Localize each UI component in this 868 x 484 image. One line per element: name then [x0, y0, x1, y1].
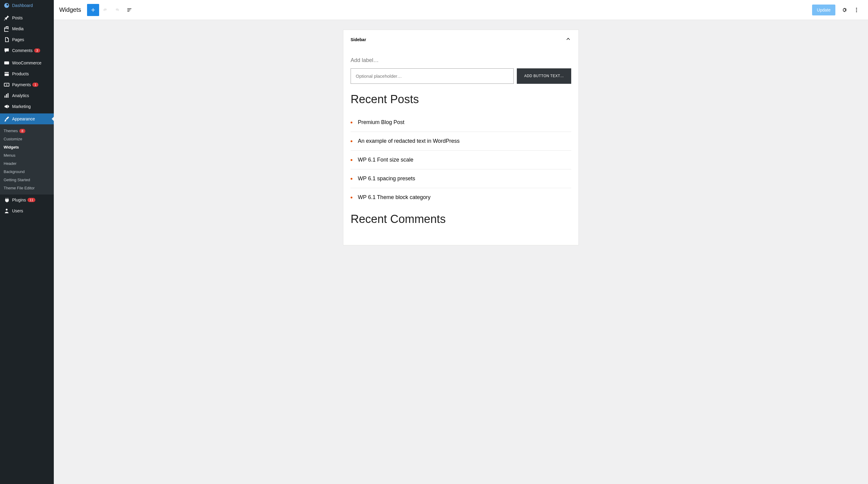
comments-badge: 3	[34, 49, 40, 53]
sidebar-item-payments[interactable]: $ Payments 1	[0, 79, 54, 90]
submenu-label: Customize	[4, 137, 22, 141]
submenu-label: Background	[4, 169, 25, 174]
sidebar-label: Dashboard	[12, 3, 33, 8]
svg-text:$: $	[6, 84, 7, 86]
sidebar-item-appearance[interactable]: Appearance	[0, 113, 54, 124]
editor-content: Sidebar ADD BUTTON TEXT… Recent Posts Pr…	[54, 20, 868, 484]
analytics-icon	[4, 92, 10, 98]
undo-icon	[102, 7, 108, 13]
sidebar-item-posts[interactable]: Posts	[0, 12, 54, 23]
submenu-menus[interactable]: Menus	[0, 151, 54, 160]
widget-area-sidebar: Sidebar ADD BUTTON TEXT… Recent Posts Pr…	[343, 30, 579, 245]
plug-icon	[4, 197, 10, 203]
recent-posts-heading[interactable]: Recent Posts	[350, 93, 571, 106]
pages-icon	[4, 37, 10, 42]
submenu-label: Getting Started	[4, 177, 30, 182]
plugins-badge: 11	[28, 198, 35, 202]
list-item[interactable]: WP 6.1 Font size scale	[350, 151, 571, 169]
more-vertical-icon	[854, 7, 860, 13]
user-icon	[4, 208, 10, 214]
sidebar-label: Comments	[12, 48, 33, 53]
submenu-theme-file-editor[interactable]: Theme File Editor	[0, 184, 54, 192]
widget-area-body: ADD BUTTON TEXT… Recent Posts Premium Bl…	[343, 49, 579, 245]
submenu-header[interactable]: Header	[0, 160, 54, 168]
submenu-label: Header	[4, 161, 17, 166]
sidebar-item-media[interactable]: Media	[0, 23, 54, 34]
submenu-themes[interactable]: Themes 8	[0, 127, 54, 135]
editor-toolbar: Widgets Update	[54, 0, 868, 20]
comment-icon	[4, 48, 10, 54]
list-item[interactable]: Premium Blog Post	[350, 113, 571, 132]
sidebar-label: Pages	[12, 37, 24, 42]
pin-icon	[4, 15, 10, 21]
sidebar-label: Appearance	[12, 116, 35, 121]
undo-button[interactable]	[99, 4, 111, 16]
submenu-customize[interactable]: Customize	[0, 135, 54, 143]
chevron-up-icon	[565, 36, 571, 43]
sidebar-label: Media	[12, 26, 24, 31]
sidebar-item-woocommerce[interactable]: WooCommerce	[0, 57, 54, 68]
dashboard-icon	[4, 2, 10, 8]
products-icon	[4, 71, 10, 77]
woo-icon	[4, 60, 10, 66]
svg-point-3	[6, 209, 7, 210]
sidebar-item-marketing[interactable]: Marketing	[0, 101, 54, 112]
sidebar-item-users[interactable]: Users	[0, 205, 54, 216]
plus-icon	[90, 7, 96, 13]
search-button-text[interactable]: ADD BUTTON TEXT…	[517, 68, 571, 84]
svg-rect-0	[4, 61, 9, 64]
brush-icon	[4, 116, 10, 122]
themes-badge: 8	[19, 129, 25, 133]
update-button[interactable]: Update	[812, 4, 835, 16]
recent-posts-list: Premium Blog Post An example of redacted…	[350, 113, 571, 207]
sidebar-item-comments[interactable]: Comments 3	[0, 45, 54, 56]
svg-point-5	[856, 9, 857, 10]
sidebar-label: Products	[12, 72, 29, 76]
sidebar-item-dashboard[interactable]: Dashboard	[0, 0, 54, 11]
gear-icon	[841, 7, 847, 13]
payments-badge: 1	[32, 83, 38, 87]
recent-comments-heading[interactable]: Recent Comments	[350, 213, 571, 226]
sidebar-label: Marketing	[12, 104, 31, 109]
sidebar-item-products[interactable]: Products	[0, 68, 54, 79]
list-view-icon	[126, 7, 132, 13]
submenu-background[interactable]: Background	[0, 168, 54, 176]
appearance-submenu: Themes 8 Customize Widgets Menus Header …	[0, 124, 54, 195]
submenu-label: Widgets	[4, 145, 19, 149]
payments-icon: $	[4, 82, 10, 88]
widget-area-title: Sidebar	[350, 37, 366, 42]
list-item[interactable]: An example of redacted text in WordPress	[350, 132, 571, 151]
sidebar-item-pages[interactable]: Pages	[0, 34, 54, 45]
search-placeholder-input[interactable]	[350, 68, 514, 84]
main-area: Widgets Update	[54, 0, 868, 484]
redo-button[interactable]	[111, 4, 123, 16]
sidebar-label: Payments	[12, 82, 31, 87]
list-view-button[interactable]	[123, 4, 135, 16]
submenu-widgets[interactable]: Widgets	[0, 143, 54, 151]
redo-icon	[114, 7, 120, 13]
sidebar-label: Plugins	[12, 198, 26, 202]
sidebar-label: Users	[12, 208, 23, 213]
admin-sidebar: Dashboard Posts Media Pages Comments 3 W…	[0, 0, 54, 484]
page-title: Widgets	[59, 6, 81, 13]
options-button[interactable]	[850, 4, 863, 16]
widget-area-header[interactable]: Sidebar	[343, 30, 579, 49]
svg-point-6	[856, 11, 857, 12]
sidebar-label: WooCommerce	[12, 60, 41, 65]
submenu-label: Theme File Editor	[4, 186, 35, 190]
add-block-button[interactable]	[87, 4, 99, 16]
submenu-label: Menus	[4, 153, 16, 158]
settings-button[interactable]	[838, 4, 850, 16]
sidebar-label: Analytics	[12, 93, 29, 98]
sidebar-item-analytics[interactable]: Analytics	[0, 90, 54, 101]
svg-point-4	[856, 7, 857, 8]
media-icon	[4, 26, 10, 32]
list-item[interactable]: WP 6.1 Theme block category	[350, 188, 571, 207]
list-item[interactable]: WP 6.1 spacing presets	[350, 169, 571, 188]
submenu-label: Themes	[4, 129, 18, 133]
sidebar-item-plugins[interactable]: Plugins 11	[0, 195, 54, 205]
megaphone-icon	[4, 104, 10, 110]
search-block: ADD BUTTON TEXT…	[350, 68, 571, 84]
submenu-getting-started[interactable]: Getting Started	[0, 176, 54, 184]
search-label-input[interactable]	[350, 55, 571, 65]
